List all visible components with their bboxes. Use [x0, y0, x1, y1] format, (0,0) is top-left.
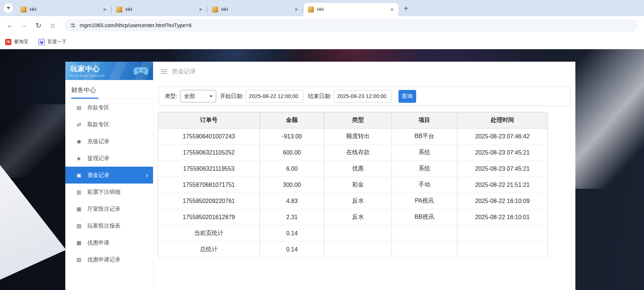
- table-cell: 1755906321119553: [158, 161, 260, 177]
- sidebar-item-promo-apply-records[interactable]: ▨优惠申请记录: [65, 251, 153, 268]
- table-cell: 300.00: [260, 177, 324, 193]
- table-cell: 1755906321105252: [158, 145, 260, 161]
- table-cell: BB视讯: [392, 209, 457, 225]
- table-row: 1755906321105252600.00在线存款系统2025-08-23 0…: [158, 145, 548, 161]
- query-button[interactable]: 查询: [399, 90, 416, 103]
- sidebar-item-lottery-bet-details[interactable]: ▥彩票下注明细: [65, 184, 153, 200]
- browser-tab[interactable]: HH×: [112, 3, 207, 16]
- url-bar[interactable]: mgm1065.com/hhcp/usercenter.html?iniType…: [65, 19, 637, 32]
- tab-separator: [111, 6, 112, 13]
- tab-title: HH: [125, 7, 197, 12]
- home-button[interactable]: ⌂: [47, 21, 58, 29]
- baidu-icon: [39, 39, 45, 45]
- sidebar-item-deposit-zone[interactable]: ▤存款专区: [65, 99, 153, 116]
- type-label: 类型:: [165, 93, 177, 100]
- sidebar-item-label: 彩票下注明细: [87, 189, 120, 196]
- browser-tab[interactable]: HH×: [16, 3, 111, 16]
- sidebar-item-label: 提现记录: [87, 155, 109, 162]
- players-center-title: 玩家中心: [70, 64, 105, 74]
- tab-close-icon[interactable]: ×: [102, 7, 108, 13]
- tab-close-icon[interactable]: ×: [197, 7, 204, 13]
- table-cell: 彩金: [324, 177, 392, 193]
- table-cell: [457, 242, 548, 258]
- table-cell: 2025-08-23 07:45:21: [457, 161, 548, 177]
- tab-title: HH: [221, 7, 293, 12]
- lottery-detail-icon: ▥: [76, 189, 82, 195]
- promo-icon: ▩: [76, 240, 82, 246]
- table-cell: BB平台: [392, 128, 457, 145]
- end-date-input[interactable]: [334, 90, 392, 102]
- bookmark-baidu[interactable]: 百度一下: [39, 39, 66, 45]
- gamepad-icon: [132, 66, 149, 76]
- main-header: 资金记录: [153, 62, 575, 81]
- table-row: 1755906401007243-913.00额度转出BB平台2025-08-2…: [158, 128, 548, 145]
- sidebar-item-player-bet-report[interactable]: ▧玩家投注报表: [65, 217, 153, 234]
- filter-bar: 类型: 全部 开始日期: 结束日期: 查询: [159, 86, 570, 106]
- site-favicon: [116, 7, 122, 12]
- browser-tab[interactable]: HH×: [303, 3, 398, 16]
- tab-close-icon[interactable]: ×: [389, 7, 395, 13]
- bookmark-label: 百度一下: [47, 39, 66, 45]
- sidebar-item-withdrawal-records[interactable]: ◈提现记录: [65, 150, 153, 167]
- table-cell: 600.00: [260, 145, 324, 161]
- chevron-down-icon: [7, 7, 10, 9]
- table-row: 总统计0.14: [158, 242, 548, 258]
- sidebar-item-label: 优惠申请: [87, 239, 109, 246]
- table-row: 1755870681071751300.00彩金手动2025-08-22 21:…: [158, 177, 548, 193]
- table-cell: [457, 225, 548, 242]
- table-cell: 2025-08-23 07:45:21: [457, 145, 548, 161]
- table-header-cell: 项目: [392, 112, 457, 128]
- sidebar-item-label: 存款专区: [87, 104, 109, 111]
- menu-toggle-icon[interactable]: [161, 69, 167, 74]
- tab-search-button[interactable]: [4, 3, 13, 13]
- chevron-right-icon: ›: [146, 172, 148, 178]
- table-cell: PA视讯: [392, 193, 457, 209]
- table-row: 17558502092207614.83反水PA视讯2025-08-22 16:…: [158, 193, 548, 209]
- tab-title: HH: [317, 7, 389, 12]
- type-select[interactable]: 全部: [180, 90, 216, 102]
- sidebar-menu: ▤存款专区⇄取款专区◉充值记录◈提现记录▣资金记录›▥彩票下注明细▦厅室投注记录…: [65, 99, 153, 268]
- tab-close-icon[interactable]: ×: [293, 7, 299, 13]
- tab-separator: [303, 6, 303, 13]
- table-row: 当前页统计0.14: [158, 225, 548, 242]
- sidebar-item-hall-bet-records[interactable]: ▦厅室投注记录: [65, 200, 153, 217]
- table-row: 17559063211195536.00优惠系统2025-08-23 07:45…: [158, 161, 548, 177]
- funds-table: 订单号金额类型项目处理时间 1755906401007243-913.00额度转…: [158, 112, 548, 258]
- table-header-cell: 金额: [260, 112, 324, 128]
- tab-title: HH: [30, 7, 102, 12]
- table-cell: 优惠: [324, 161, 392, 177]
- bg-triangle: [0, 155, 66, 280]
- start-date-input[interactable]: [245, 90, 303, 102]
- sidebar-item-recharge-records[interactable]: ◉充值记录: [65, 133, 153, 150]
- new-tab-button[interactable]: +: [401, 3, 411, 14]
- sidebar-item-funds-records[interactable]: ▣资金记录›: [65, 167, 153, 184]
- sidebar-item-withdraw-zone[interactable]: ⇄取款专区: [65, 116, 153, 133]
- type-select-value: 全部: [184, 93, 195, 100]
- forward-button[interactable]: →: [19, 21, 30, 29]
- sidebar-item-label: 厅室投注记录: [87, 206, 120, 213]
- table-cell: 额度转出: [324, 128, 392, 145]
- table-cell: 反水: [324, 193, 392, 209]
- browser-tab[interactable]: HH×: [208, 3, 302, 16]
- reload-button[interactable]: ↻: [33, 21, 44, 30]
- bet-report-icon: ▧: [76, 223, 82, 229]
- sidebar-item-promo-apply[interactable]: ▩优惠申请: [65, 234, 153, 251]
- promo-records-icon: ▨: [76, 257, 82, 262]
- recharge-icon: ◉: [76, 138, 82, 144]
- funds-icon: ▣: [76, 172, 82, 178]
- sidebar-item-label: 取款专区: [87, 121, 109, 128]
- table-cell: 手动: [392, 177, 457, 193]
- sidebar-header: 玩家中心 PLAYERS CENTER: [65, 62, 153, 80]
- bookmark-label: 爱淘宝: [14, 39, 28, 45]
- table-cell: 2025-08-22 16:10:09: [457, 193, 548, 209]
- table-cell: 2025-08-22 21:51:21: [457, 177, 548, 193]
- page-title: 资金记录: [172, 68, 196, 76]
- table-header-cell: 类型: [324, 112, 392, 128]
- select-caret-icon: [210, 95, 212, 97]
- tab-separator: [207, 6, 207, 13]
- back-button[interactable]: ←: [4, 21, 15, 29]
- table-row: 17558502016128792.31反水BB视讯2025-08-22 16:…: [158, 209, 548, 225]
- url-text[interactable]: mgm1065.com/hhcp/usercenter.html?iniType…: [80, 22, 192, 28]
- bookmark-taobao[interactable]: 淘 爱淘宝: [5, 39, 28, 45]
- site-settings-icon[interactable]: [70, 22, 76, 29]
